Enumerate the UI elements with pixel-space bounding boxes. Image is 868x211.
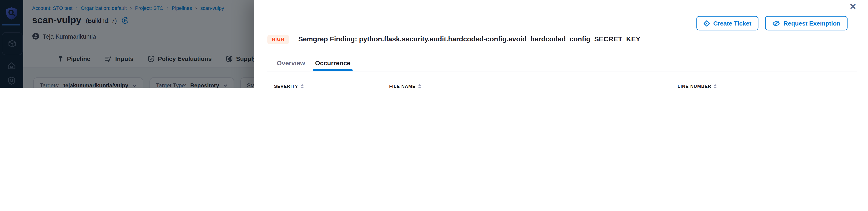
column-label: SEVERITY xyxy=(274,84,298,88)
sort-severity-header[interactable]: SEVERITY xyxy=(274,84,304,88)
ticket-diamond-icon xyxy=(704,20,710,26)
tab-overview[interactable]: Overview xyxy=(277,56,305,71)
screen: ⚙ Account: STO test › Organization: defa… xyxy=(0,0,868,88)
tab-occurrence[interactable]: Occurrence xyxy=(315,56,350,71)
sort-file-name-header[interactable]: FILE NAME xyxy=(389,84,421,88)
sort-icon xyxy=(714,84,717,88)
request-exemption-label: Request Exemption xyxy=(783,20,840,27)
sort-icon xyxy=(300,84,304,88)
request-exemption-button[interactable]: Request Exemption xyxy=(765,16,847,31)
finding-actions: Create Ticket Request Exemption xyxy=(696,16,847,31)
column-label: FILE NAME xyxy=(389,84,415,88)
sort-line-number-header[interactable]: LINE NUMBER xyxy=(678,84,717,88)
finding-details-modal: ✕ Create Ticket xyxy=(254,0,868,88)
create-ticket-button[interactable]: Create Ticket xyxy=(696,16,758,31)
column-label: LINE NUMBER xyxy=(678,84,712,88)
sort-icon xyxy=(418,84,421,88)
finding-title: Semgrep Finding: python.flask.security.a… xyxy=(298,36,641,43)
occurrence-table-header: SEVERITY FILE NAME LINE NUMBER xyxy=(268,84,857,88)
app-background: ⚙ Account: STO test › Organization: defa… xyxy=(0,0,868,88)
create-ticket-label: Create Ticket xyxy=(713,20,751,27)
close-icon[interactable]: ✕ xyxy=(849,2,856,10)
finding-tabs-divider xyxy=(268,71,857,71)
finding-tabs: Overview Occurrence xyxy=(277,56,350,71)
severity-badge: HIGH xyxy=(268,35,289,44)
eye-slash-icon xyxy=(773,20,780,26)
